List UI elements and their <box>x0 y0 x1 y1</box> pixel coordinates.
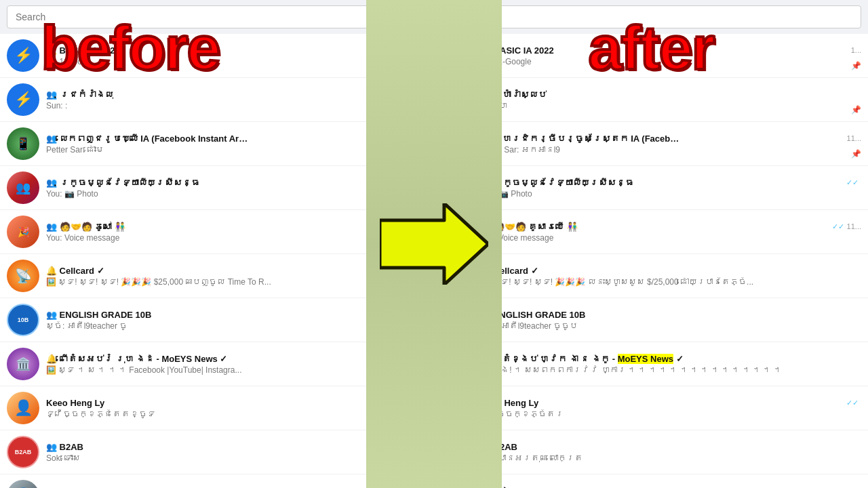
chat-name: 🔔 BASIC IA 2022 <box>46 45 120 56</box>
middle-arrow-section <box>366 0 502 488</box>
chat-preview: Sun: ហ <box>480 101 861 110</box>
chat-name: 👥 🧑‍🤝‍🧑 ភូសៅ 👫 <box>46 222 125 232</box>
chat-name: 👥 ក្រូចម្លូនវែទ្យាលីយស្រីសន្ធ <box>46 178 200 188</box>
chat-content: 👥 ជ្ហាំរាំស្លប់ Sun: ហ <box>480 89 861 110</box>
arrow-container <box>380 203 488 285</box>
svg-marker-0 <box>380 203 488 285</box>
pin-icon: 📌 <box>851 61 861 70</box>
chat-time: ✓✓ <box>846 399 861 407</box>
chat-name: 🔔 ពើតំខ្ងប់ ហ្វក ងា ន ងកូ - MoEYS News ✓ <box>480 354 684 364</box>
chat-time: 1... <box>851 46 861 54</box>
chat-preview: 🖼️ ស្ទ! ស្ទ! ស្ទ! 🎉🎉🎉 លនះស្ហូសសូស $/25,0… <box>480 277 861 287</box>
chat-content: 🔔 Cellcard ✓ 🖼️ ស្ទ! ស្ទ! ស្ទ! 🎉🎉🎉 លនះស្… <box>480 266 861 287</box>
chat-time: ✓✓ <box>846 178 861 187</box>
chat-name: 👥 លេកពញ្ជរូបឃ្លើ IA (Facebook Instant Ar… <box>46 134 250 144</box>
right-search-input[interactable] <box>441 5 861 28</box>
chat-header: 👥 B2AB <box>480 442 861 452</box>
pin-icon: 📌 <box>851 105 861 115</box>
chat-content: 🔔 BASIC IA 2022 1... Tip 12-Google <box>480 45 861 66</box>
chat-preview: Sok: បានអរតុណ លោកត្រ <box>480 453 861 463</box>
chat-header: 👥 ENGLISH GRADE 10B <box>480 310 861 320</box>
chat-content: 👥 ENGLISH GRADE 10B ស្ចែ: អាតីl9teacher … <box>480 310 861 331</box>
chat-name: 👥 B2AB <box>46 442 83 452</box>
chat-header: 🔔 ពើតំខ្ងប់ ហ្វក ងា ន ងកូ - MoEYS News ✓ <box>480 354 861 364</box>
chat-preview: You: Voice message <box>480 233 861 243</box>
chat-content: 👥 B2AB Sok: បានអរតុណ លោកត្រ <box>480 442 861 463</box>
chat-preview: Petter Sar: អកអានl9 <box>480 145 861 155</box>
chat-name: — ━ <box>46 486 63 489</box>
left-search-input[interactable] <box>7 5 427 28</box>
double-checkmark-icon: ✓✓ <box>846 399 859 407</box>
chat-content: 🔔 ពើតំខ្ងប់ ហ្វក ងា ន ងកូ - MoEYS News ✓… <box>480 354 861 375</box>
chat-time: 11... <box>847 134 861 142</box>
chat-header: 👥 ក្រូចម្លូនវែទ្យាលីយស្រីសន្ធ ✓✓ <box>480 178 861 188</box>
pin-icon: 📌 <box>851 149 861 159</box>
chat-name: 👥 ENGLISH GRADE 10B <box>46 310 151 320</box>
chat-header: 🔔 BASIC IA 2022 1... <box>480 45 861 56</box>
chat-header: 👥 🧑‍🤝‍🧑 គូសារឃើ 👫 ✓✓11... <box>480 222 861 232</box>
chat-name: 🔔 ពើតំសអប់រំ រុហ ងដ - MoEYS News ✓ <box>46 354 227 364</box>
chat-name: 👥 សហរជិករ្ចីបរ្ចូសស្ត្រែក IA (Facebook I… <box>480 134 684 144</box>
chat-time: ✓✓11... <box>832 222 861 231</box>
chat-preview: You: 📷 Photo <box>480 189 861 199</box>
double-checkmark-icon: ✓✓ <box>846 178 859 186</box>
highlight-moeys: MoEYS News <box>618 354 673 364</box>
direction-arrow <box>380 203 488 285</box>
chat-header: 🔔 Cellcard ✓ <box>480 266 861 276</box>
chat-preview: 🖼️ អ្ង! ។ សសពកពការវវ ហ្ការ​ ។ ។ ។ ។ ។ ។ … <box>480 365 861 375</box>
chat-header: 👥 ជ្ហាំរាំស្លប់ <box>480 89 861 100</box>
chat-name: 👥 ក្រូចម្លូនវែទ្យាលីយស្រីសន្ធ <box>480 178 634 188</box>
youtube-text: YouTube <box>170 365 201 375</box>
chat-preview: ស្ចែ: អាតីl9teacher ចូចូប <box>480 321 861 331</box>
chat-preview: Tip 12-Google <box>480 57 861 66</box>
chat-header: Keeo Heng Ly ✓✓ <box>480 398 861 408</box>
chat-header: 👥 សហរជិករ្ចីបរ្ចូសស្ត្រែក IA (Facebook I… <box>480 134 861 144</box>
chat-name: 🔔 Cellcard ✓ <box>46 266 104 276</box>
chat-content: 👥 ក្រូចម្លូនវែទ្យាលីយស្រីសន្ធ ✓✓ You: 📷 … <box>480 178 861 199</box>
chat-content: 👥 សហរជិករ្ចីបរ្ចូសស្ត្រែក IA (Facebook I… <box>480 134 861 155</box>
chat-name: Keeo Heng Ly <box>46 398 104 408</box>
double-checkmark-icon: ✓✓ <box>832 222 844 230</box>
chat-preview: ទ្វើ​ច្ចក្ខភ្ចំតរ​ ​ ​ <box>480 409 861 419</box>
chat-header: សេ ណាង ✓ <box>480 486 861 489</box>
chat-name: 👥 ជ្រកំរាំងលុ <box>46 89 113 100</box>
chat-content: សេ ណាង ✓ Voice message <box>480 486 861 489</box>
chat-content: 👥 🧑‍🤝‍🧑 គូសារឃើ 👫 ✓✓11... You: Voice mes… <box>480 222 861 243</box>
chat-content: Keeo Heng Ly ✓✓ ទ្វើ​ច្ចក្ខភ្ចំតរ​ ​ ​ <box>480 398 861 419</box>
